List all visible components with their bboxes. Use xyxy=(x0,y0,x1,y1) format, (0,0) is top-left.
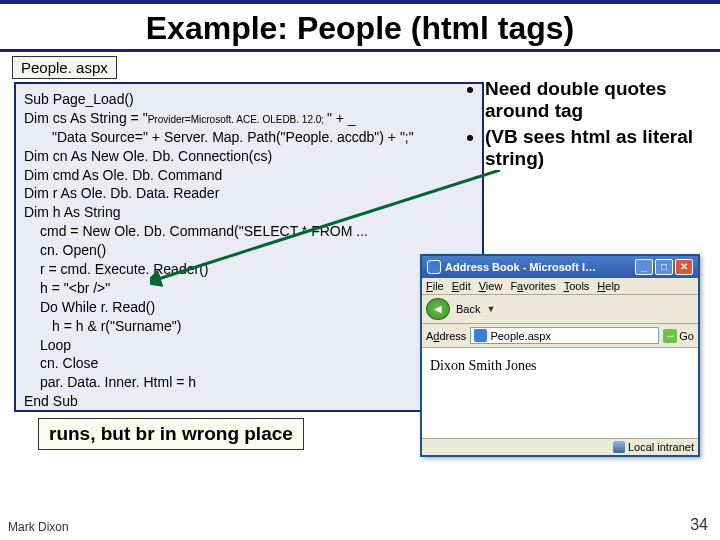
menu-view[interactable]: View xyxy=(479,280,503,292)
filename-label: People. aspx xyxy=(12,56,117,79)
menu-file[interactable]: File xyxy=(426,280,444,292)
code-line: Dim h As String xyxy=(24,203,474,222)
code-line: h = "<br />" xyxy=(24,279,474,298)
code-line: cn. Close xyxy=(24,354,474,373)
code-line: End Sub xyxy=(24,392,474,411)
code-line: "Data Source=" + Server. Map. Path("Peop… xyxy=(24,128,474,147)
code-line: Do While r. Read() xyxy=(24,298,474,317)
menu-help[interactable]: Help xyxy=(597,280,620,292)
address-input[interactable]: People.aspx xyxy=(470,327,659,344)
code-line: Sub Page_Load() xyxy=(24,90,474,109)
code-line: Dim cmd As Ole. Db. Command xyxy=(24,166,474,185)
status-text: Local intranet xyxy=(628,441,694,453)
code-line: cmd = New Ole. Db. Command("SELECT * FRO… xyxy=(24,222,474,241)
page-icon xyxy=(474,329,487,342)
browser-toolbar: ◄ Back ▼ xyxy=(422,295,698,324)
caption: runs, but br in wrong place xyxy=(38,418,304,450)
bullet-item: Need double quotes around tag xyxy=(485,78,720,122)
bullet-item: (VB sees html as literal string) xyxy=(485,126,720,170)
browser-window: Address Book - Microsoft I… _ □ ✕ File E… xyxy=(420,254,700,457)
title-underline xyxy=(0,49,720,52)
go-button[interactable]: → Go xyxy=(663,329,694,343)
dropdown-icon[interactable]: ▼ xyxy=(486,304,495,314)
ie-icon xyxy=(427,260,441,274)
code-line: Dim r As Ole. Db. Data. Reader xyxy=(24,184,474,203)
code-line: r = cmd. Execute. Reader() xyxy=(24,260,474,279)
code-line: par. Data. Inner. Html = h xyxy=(24,373,474,392)
maximize-button[interactable]: □ xyxy=(655,259,673,275)
menu-edit[interactable]: Edit xyxy=(452,280,471,292)
code-line: cn. Open() xyxy=(24,241,474,260)
back-button[interactable]: ◄ xyxy=(426,298,450,320)
menu-favorites[interactable]: Favorites xyxy=(510,280,555,292)
code-line: Loop xyxy=(24,336,474,355)
slide-title: Example: People (html tags) xyxy=(0,4,720,49)
address-label: Address xyxy=(426,330,466,342)
code-block: Sub Page_Load() Dim cs As String = "Prov… xyxy=(14,82,484,412)
browser-menubar: File Edit View Favorites Tools Help xyxy=(422,278,698,295)
footer-author: Mark Dixon xyxy=(8,520,69,534)
code-line: h = h & r("Surname") xyxy=(24,317,474,336)
browser-statusbar: Local intranet xyxy=(422,438,698,455)
code-line: Dim cs As String = "Provider=Microsoft. … xyxy=(24,109,474,128)
close-button[interactable]: ✕ xyxy=(675,259,693,275)
intranet-icon xyxy=(613,441,625,453)
address-bar: Address People.aspx → Go xyxy=(422,324,698,348)
browser-titlebar: Address Book - Microsoft I… _ □ ✕ xyxy=(422,256,698,278)
address-value: People.aspx xyxy=(490,330,551,342)
page-number: 34 xyxy=(690,516,708,534)
code-line: Dim cn As New Ole. Db. Connection(cs) xyxy=(24,147,474,166)
browser-content: Dixon Smith Jones xyxy=(422,348,698,438)
bullet-list: Need double quotes around tag (VB sees h… xyxy=(465,78,720,174)
minimize-button[interactable]: _ xyxy=(635,259,653,275)
browser-title: Address Book - Microsoft I… xyxy=(445,261,596,273)
menu-tools[interactable]: Tools xyxy=(564,280,590,292)
go-icon: → xyxy=(663,329,677,343)
back-label: Back xyxy=(456,303,480,315)
